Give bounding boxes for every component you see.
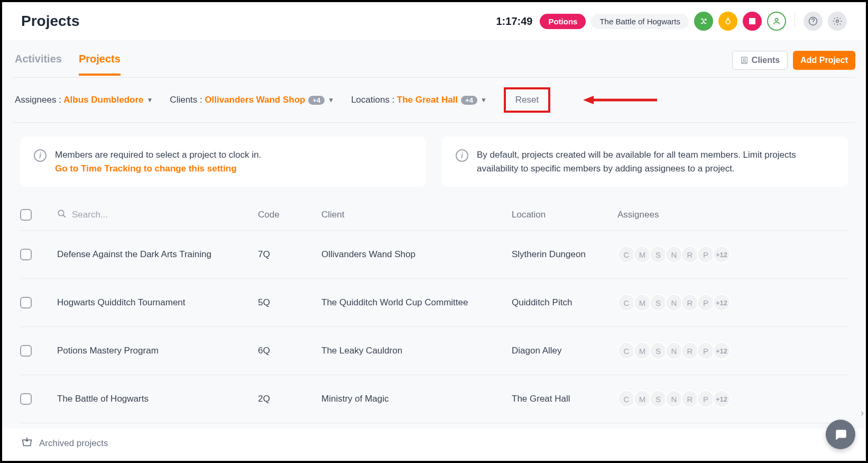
table-row[interactable]: Potions Mastery Program6QThe Leaky Cauld… [20, 327, 848, 375]
svg-point-0 [726, 20, 730, 24]
settings-button[interactable] [828, 12, 847, 31]
avatar[interactable]: S [649, 390, 667, 408]
table-row[interactable]: Hogwarts Quidditch Tournament5QThe Quidd… [20, 279, 848, 327]
col-code: Code [258, 210, 321, 220]
search-cell [57, 209, 258, 221]
avatar[interactable]: R [681, 390, 699, 408]
info-card-1: i Members are required to select a proje… [20, 137, 426, 187]
timer-display: 1:17:49 [496, 15, 532, 28]
info-card-1-link[interactable]: Go to Time Tracking to change this setti… [55, 164, 237, 174]
clients-button[interactable]: Clients [732, 51, 788, 70]
info-card-2: i By default, projects created will be a… [442, 137, 848, 187]
filter-assignees-label: Assignees : [15, 95, 61, 105]
avatar[interactable]: C [617, 342, 635, 360]
avatar[interactable]: R [681, 294, 699, 312]
avatar[interactable]: N [665, 294, 683, 312]
avatar-more[interactable]: +12 [713, 342, 731, 360]
avatar[interactable]: S [649, 246, 667, 264]
svg-point-6 [743, 59, 745, 61]
stop-button[interactable] [743, 12, 762, 31]
filter-assignees-value[interactable]: Albus Dumbledore ▼ [63, 95, 153, 105]
chevron-down-icon: ▼ [328, 96, 334, 104]
avatar[interactable]: M [633, 342, 651, 360]
tabs: Activities Projects [13, 53, 121, 76]
info-card-2-text: By default, projects created will be ava… [477, 148, 834, 175]
avatar[interactable]: M [633, 294, 651, 312]
avatar[interactable]: C [617, 294, 635, 312]
avatar[interactable]: R [681, 342, 699, 360]
avatar[interactable]: P [697, 294, 715, 312]
avatar[interactable]: N [665, 342, 683, 360]
chevron-down-icon: ▼ [146, 96, 153, 104]
chat-icon [834, 428, 847, 441]
avatar[interactable]: P [697, 342, 715, 360]
tab-activities[interactable]: Activities [15, 53, 62, 76]
tab-projects[interactable]: Projects [79, 53, 121, 76]
filter-locations-label: Locations : [351, 95, 394, 105]
project-code: 6Q [258, 346, 321, 356]
table-header: Code Client Location Assignees [20, 205, 848, 231]
info-icon: i [34, 149, 47, 162]
archived-projects-link[interactable]: Archived projects [39, 438, 108, 449]
row-checkbox[interactable] [20, 393, 32, 405]
row-checkbox[interactable] [20, 249, 32, 260]
chat-widget[interactable] [826, 420, 855, 449]
avatar[interactable]: S [649, 294, 667, 312]
page-title: Projects [21, 13, 80, 30]
scroll-right-chevron[interactable]: › [861, 407, 864, 419]
table-row[interactable]: Defense Against the Dark Arts Training7Q… [20, 231, 848, 279]
pill-battle[interactable]: The Battle of Hogwarts [591, 14, 689, 29]
avatar[interactable]: M [633, 246, 651, 264]
avatar-more[interactable]: +12 [713, 246, 731, 264]
archive-icon [21, 436, 33, 450]
filter-clients: Clients : Ollivanders Wand Shop +4 ▼ [170, 95, 334, 105]
select-all-checkbox[interactable] [20, 209, 32, 221]
project-name: Potions Mastery Program [57, 346, 258, 356]
avatar[interactable]: R [681, 246, 699, 264]
avatar[interactable]: P [697, 390, 715, 408]
reset-button[interactable]: Reset [506, 89, 548, 111]
avatar[interactable]: M [633, 390, 651, 408]
filter-clients-text: Ollivanders Wand Shop [205, 95, 305, 105]
filter-assignees-text: Albus Dumbledore [63, 95, 143, 105]
info-icon: i [456, 149, 468, 162]
reset-highlight-box: Reset [504, 87, 550, 113]
help-icon [808, 16, 818, 26]
row-checkbox[interactable] [20, 297, 32, 308]
search-input[interactable] [72, 210, 184, 220]
project-location: Quidditch Pitch [512, 297, 617, 308]
avatar[interactable]: C [617, 246, 635, 264]
pause-button[interactable] [718, 12, 737, 31]
chevron-down-icon: ▼ [481, 96, 487, 104]
add-project-button[interactable]: Add Project [793, 51, 855, 70]
project-client: The Leaky Cauldron [321, 346, 512, 356]
avatar[interactable]: N [665, 390, 683, 408]
table-row[interactable]: The Battle of Hogwarts2QMinistry of Magi… [20, 375, 848, 423]
search-icon [57, 209, 67, 221]
row-checkbox[interactable] [20, 345, 32, 357]
svg-rect-1 [749, 18, 755, 24]
play-button[interactable] [694, 12, 713, 31]
content-area: Activities Projects Clients Add Project … [2, 40, 866, 458]
pill-potions[interactable]: Potions [540, 14, 586, 29]
project-code: 7Q [258, 249, 321, 260]
project-name: Defense Against the Dark Arts Training [57, 249, 258, 260]
avatar[interactable]: S [649, 342, 667, 360]
help-button[interactable] [804, 12, 823, 31]
project-client: Ministry of Magic [321, 394, 512, 404]
user-button[interactable] [767, 12, 786, 31]
filter-clients-count: +4 [308, 96, 325, 105]
settings-icon [833, 16, 842, 26]
avatar-more[interactable]: +12 [713, 390, 731, 408]
avatar[interactable]: C [617, 390, 635, 408]
avatar-more[interactable]: +12 [713, 294, 731, 312]
avatar[interactable]: N [665, 246, 683, 264]
avatar[interactable]: P [697, 246, 715, 264]
col-location: Location [512, 210, 617, 220]
filter-locations-text: The Great Hall [397, 95, 458, 105]
tabs-actions: Clients Add Project [732, 51, 855, 77]
filter-locations-value[interactable]: The Great Hall +4 ▼ [397, 95, 487, 105]
col-assignees: Assignees [617, 210, 848, 220]
filter-clients-value[interactable]: Ollivanders Wand Shop +4 ▼ [205, 95, 334, 105]
project-client: Ollivanders Wand Shop [321, 249, 512, 260]
